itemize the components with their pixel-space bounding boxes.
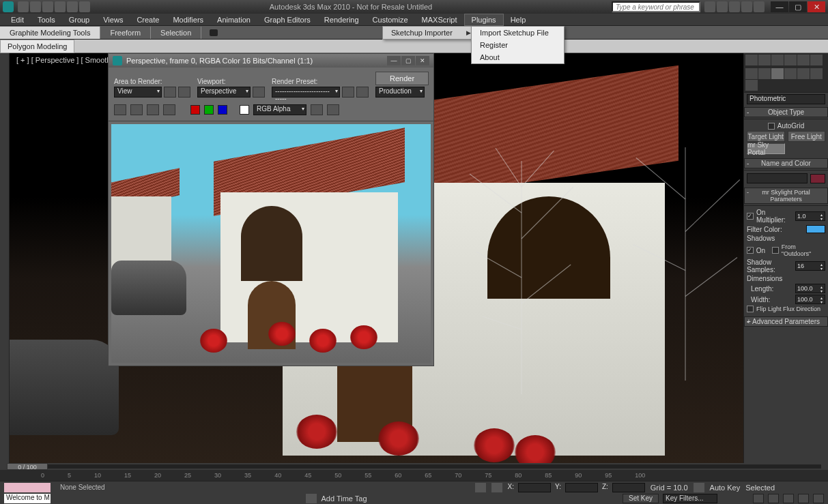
infocenter-search[interactable] (612, 1, 700, 12)
minimize-button[interactable]: — (771, 1, 788, 12)
object-type-rollout[interactable]: Object Type (744, 107, 828, 117)
add-time-tag[interactable]: Add Time Tag (321, 494, 367, 503)
menu-animation[interactable]: Animation (210, 14, 257, 25)
render-close-button[interactable]: ✕ (416, 56, 429, 65)
y-coord-input[interactable] (565, 483, 598, 492)
menu-views[interactable]: Views (96, 14, 130, 25)
favorites-icon[interactable] (741, 1, 752, 12)
menu-customize[interactable]: Customize (366, 14, 415, 25)
menu-group[interactable]: Group (62, 14, 97, 25)
qat-new-icon[interactable] (18, 1, 29, 12)
preset-select[interactable]: ----------------------------- (272, 87, 340, 98)
qat-redo-icon[interactable] (67, 1, 78, 12)
toggle-b-icon[interactable] (327, 104, 339, 115)
blue-channel-swatch[interactable] (218, 105, 227, 115)
communication-icon[interactable] (729, 1, 740, 12)
render-titlebar[interactable]: Perspective, frame 0, RGBA Color 16 Bits… (109, 54, 433, 68)
tab-create-icon[interactable] (745, 55, 758, 65)
help-icon[interactable] (754, 1, 765, 12)
red-channel-swatch[interactable] (190, 105, 200, 115)
area-edit-icon[interactable] (164, 87, 176, 98)
nav-pan2-icon[interactable] (798, 494, 809, 503)
preset-setup-icon[interactable] (342, 87, 354, 98)
close-button[interactable]: ✕ (808, 1, 825, 12)
sub-spacewarps-icon[interactable] (810, 68, 823, 79)
time-slider-track[interactable] (48, 464, 821, 469)
tab-motion-icon[interactable] (784, 55, 797, 65)
copy-image-icon[interactable] (130, 104, 143, 115)
timeline-ruler[interactable]: 0510152025303540455055606570758085909510… (0, 470, 828, 481)
ribbon-tab-selection[interactable]: Selection (151, 27, 201, 39)
name-color-rollout[interactable]: Name and Color (744, 158, 828, 168)
length-spinner[interactable]: 100.0 (795, 284, 825, 293)
flip-flux-checkbox[interactable] (747, 306, 754, 312)
viewport-perspective[interactable]: [ + ] [ Perspective ] [ Smooth + Highlig… (10, 53, 743, 463)
nav-fov-icon[interactable] (783, 494, 794, 503)
toggle-a-icon[interactable] (311, 104, 323, 115)
search-go-icon[interactable] (704, 1, 715, 12)
from-outdoors-checkbox[interactable] (772, 247, 779, 254)
menu-maxscript[interactable]: MAXScript (415, 14, 464, 25)
render-min-button[interactable]: — (387, 56, 401, 65)
qat-undo-icon[interactable] (55, 1, 66, 12)
sub-geometry-icon[interactable] (745, 68, 758, 79)
menu-plugins[interactable]: Plugins (464, 14, 504, 26)
skylight-params-rollout[interactable]: mr Skylight Portal Parameters (744, 188, 828, 204)
category-select[interactable]: Photometric (747, 94, 825, 104)
menu-edit[interactable]: Edit (4, 14, 31, 25)
ribbon-tab-graphite[interactable]: Graphite Modeling Tools (0, 27, 100, 39)
x-coord-input[interactable] (518, 483, 551, 492)
area-render-select[interactable]: View (114, 87, 162, 98)
ribbon-tab-freeform[interactable]: Freeform (100, 27, 151, 39)
area-auto-icon[interactable] (178, 87, 190, 98)
tab-display-icon[interactable] (797, 55, 810, 65)
tab-modify-icon[interactable] (758, 55, 771, 65)
tab-utilities-icon[interactable] (810, 55, 823, 65)
ribbon-minimize-icon[interactable] (210, 29, 218, 36)
tab-hierarchy-icon[interactable] (771, 55, 784, 65)
render-button[interactable]: Render (375, 72, 429, 85)
width-spinner[interactable]: 100.0 (795, 295, 825, 304)
qat-open-icon[interactable] (30, 1, 41, 12)
time-tag-icon[interactable] (306, 494, 317, 503)
advanced-params-rollout[interactable]: +Advanced Parameters (744, 316, 828, 327)
maximize-button[interactable]: ▢ (789, 1, 807, 12)
nav-zoom2-icon[interactable] (768, 494, 779, 503)
filter-color-swatch[interactable] (806, 225, 825, 233)
clone-image-icon[interactable] (147, 104, 159, 115)
app-logo-icon[interactable] (3, 1, 14, 12)
key-filters-button[interactable]: Key Filters... (663, 494, 717, 503)
preset-env-icon[interactable] (356, 87, 369, 98)
key-filter-select[interactable]: Selected (745, 484, 775, 492)
render-max-button[interactable]: ▢ (401, 56, 415, 65)
green-channel-swatch[interactable] (204, 105, 214, 115)
key-mode-icon[interactable] (694, 483, 704, 492)
object-color-swatch[interactable] (810, 174, 825, 183)
multiplier-spinner[interactable]: 1.0 (795, 211, 825, 221)
sub-cameras-icon[interactable] (784, 68, 797, 79)
menu-tools[interactable]: Tools (31, 14, 62, 25)
free-light-button[interactable]: Free Light (788, 131, 826, 142)
lock-selection-icon[interactable] (475, 483, 486, 492)
viewport-select[interactable]: Perspective (197, 87, 251, 98)
object-name-input[interactable] (747, 173, 808, 183)
viewport-lock-icon[interactable] (253, 87, 265, 98)
menu-modifiers[interactable]: Modifiers (166, 14, 210, 25)
nav-walk-icon[interactable] (813, 494, 824, 503)
menu-help[interactable]: Help (504, 14, 533, 25)
submenu-import[interactable]: Import Sketchup File (472, 27, 564, 39)
set-key-button[interactable]: Set Key (623, 494, 659, 503)
mr-sky-portal-button[interactable]: mr Sky Portal (747, 143, 785, 154)
clear-icon[interactable] (163, 104, 175, 115)
submenu-register[interactable]: Register (472, 39, 564, 51)
production-select[interactable]: Production (375, 87, 425, 98)
z-coord-input[interactable] (612, 483, 645, 492)
qat-save-icon[interactable] (42, 1, 53, 12)
subscription-icon[interactable] (717, 1, 728, 12)
sub-shapes-icon[interactable] (758, 68, 771, 79)
sub-helpers-icon[interactable] (797, 68, 810, 79)
time-config-icon[interactable] (753, 494, 764, 503)
time-slider-knob[interactable]: 0 / 100 (7, 463, 48, 470)
autogrid-checkbox[interactable] (768, 123, 775, 130)
transform-type-icon[interactable] (491, 483, 502, 492)
